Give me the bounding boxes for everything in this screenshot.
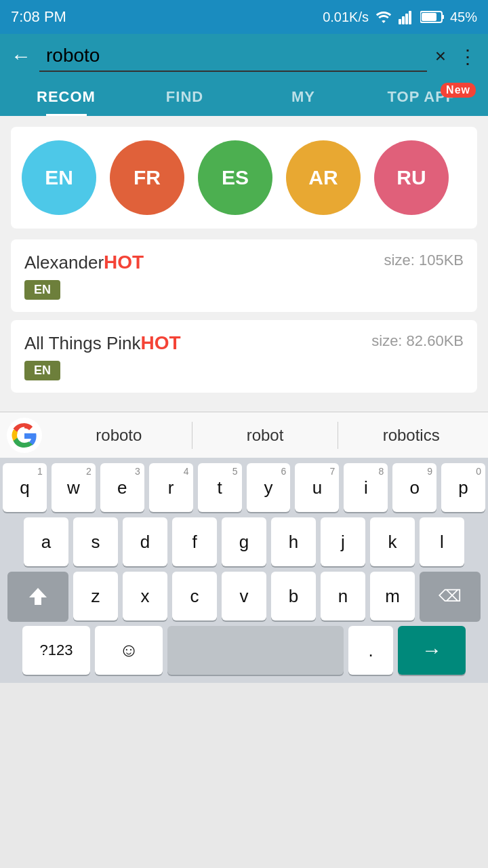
space-button[interactable]: [167, 626, 344, 675]
svg-rect-6: [422, 13, 436, 21]
key-b[interactable]: b: [271, 572, 316, 620]
key-a[interactable]: a: [24, 517, 68, 566]
battery-percent: 45%: [450, 9, 477, 25]
key-c[interactable]: c: [172, 572, 217, 620]
enter-button[interactable]: →: [398, 626, 466, 675]
signal-icon: [399, 9, 415, 24]
key-number: 2: [86, 466, 92, 477]
more-options-button[interactable]: ⋮: [458, 45, 477, 68]
key-x[interactable]: x: [123, 572, 167, 620]
key-p[interactable]: p0: [441, 463, 485, 512]
lang-es[interactable]: ES: [198, 140, 272, 215]
keyboard-row-4: ?123 ☺ . →: [3, 626, 485, 675]
key-l[interactable]: l: [420, 517, 464, 566]
svg-rect-1: [402, 16, 405, 24]
wifi-icon: [374, 9, 393, 24]
period-button[interactable]: .: [348, 626, 393, 675]
tabs-bar: RECOM FIND MY TOP APP New: [0, 79, 488, 116]
app-hot-badge: HOT: [141, 332, 181, 353]
language-row: EN FR ES AR RU: [11, 127, 477, 229]
keyboard: q1 w2 e3 r4 t5 y6 u7 i8 o9 p0 a s d f g …: [0, 458, 488, 683]
suggest-divider: [192, 422, 192, 449]
key-o[interactable]: o9: [392, 463, 436, 512]
backspace-button[interactable]: ⌫: [420, 572, 481, 620]
key-i[interactable]: i8: [344, 463, 388, 512]
app-name-container: All Things PinkHOT: [24, 332, 181, 354]
key-number: 9: [427, 466, 432, 477]
tab-recom[interactable]: RECOM: [7, 79, 125, 114]
key-t[interactable]: t5: [198, 463, 242, 512]
svg-rect-9: [35, 603, 41, 605]
key-d[interactable]: d: [123, 517, 167, 566]
tab-find[interactable]: FIND: [125, 79, 244, 114]
key-z[interactable]: z: [73, 572, 118, 620]
tab-my[interactable]: MY: [244, 79, 363, 114]
lang-en[interactable]: EN: [22, 140, 96, 215]
clear-button[interactable]: ×: [435, 45, 446, 67]
key-w[interactable]: w2: [52, 463, 96, 512]
lang-ru[interactable]: RU: [374, 140, 449, 215]
status-bar: 7:08 PM 0.01K/s 45%: [0, 0, 488, 34]
app-size: size: 105KB: [384, 252, 464, 269]
suggest-robot[interactable]: robot: [195, 419, 336, 452]
app-name-container: AlexanderHOT: [24, 252, 144, 273]
keyboard-suggest-bar: roboto robot robotics: [0, 412, 488, 458]
key-y[interactable]: y6: [247, 463, 291, 512]
key-f[interactable]: f: [172, 517, 217, 566]
content-area: EN FR ES AR RU AlexanderHOT size: 105KB …: [0, 116, 488, 412]
key-number: 3: [135, 466, 140, 477]
shift-button[interactable]: [7, 572, 68, 620]
network-speed: 0.01K/s: [323, 9, 369, 25]
shift-icon: [28, 587, 48, 606]
key-u[interactable]: u7: [295, 463, 339, 512]
key-e[interactable]: e3: [100, 463, 144, 512]
key-n[interactable]: n: [321, 572, 365, 620]
key-number: 4: [184, 466, 189, 477]
key-j[interactable]: j: [321, 517, 365, 566]
lang-ar[interactable]: AR: [286, 140, 361, 215]
keyboard-row-1: q1 w2 e3 r4 t5 y6 u7 i8 o9 p0: [3, 463, 485, 512]
key-number: 0: [476, 466, 481, 477]
app-size: size: 82.60KB: [371, 332, 464, 350]
lang-fr[interactable]: FR: [110, 140, 184, 215]
back-button[interactable]: ←: [11, 45, 31, 68]
key-number: 6: [281, 466, 287, 477]
svg-marker-8: [29, 588, 47, 604]
svg-rect-3: [409, 11, 411, 24]
key-g[interactable]: g: [222, 517, 266, 566]
svg-rect-2: [405, 14, 408, 24]
key-h[interactable]: h: [271, 517, 316, 566]
search-input[interactable]: [39, 41, 427, 72]
tab-topapp[interactable]: TOP APP New: [363, 79, 481, 114]
app-name: All Things Pink: [24, 333, 141, 353]
suggest-robotics[interactable]: robotics: [341, 419, 481, 452]
status-time: 7:08 PM: [11, 8, 66, 26]
status-right: 0.01K/s 45%: [323, 9, 477, 25]
key-q[interactable]: q1: [3, 463, 47, 512]
emoji-button[interactable]: ☺: [95, 626, 163, 675]
symbols-button[interactable]: ?123: [22, 626, 90, 675]
svg-rect-0: [399, 19, 401, 24]
keyboard-row-3: z x c v b n m ⌫: [3, 572, 485, 620]
key-m[interactable]: m: [370, 572, 415, 620]
key-number: 1: [37, 466, 43, 477]
key-number: 5: [232, 466, 238, 477]
suggest-roboto[interactable]: roboto: [49, 419, 189, 452]
app-item[interactable]: AlexanderHOT size: 105KB EN: [11, 239, 477, 312]
app-lang-tag: EN: [24, 280, 60, 300]
key-v[interactable]: v: [222, 572, 266, 620]
new-badge: New: [441, 83, 476, 98]
key-number: 8: [378, 466, 384, 477]
key-k[interactable]: k: [370, 517, 415, 566]
battery-icon: [420, 10, 445, 24]
key-r[interactable]: r4: [149, 463, 193, 512]
svg-rect-5: [442, 15, 444, 19]
app-item[interactable]: All Things PinkHOT size: 82.60KB EN: [11, 320, 477, 393]
key-number: 7: [330, 466, 336, 477]
keyboard-row-2: a s d f g h j k l: [3, 517, 485, 566]
key-s[interactable]: s: [73, 517, 118, 566]
suggest-divider: [338, 422, 338, 449]
app-hot-badge: HOT: [104, 252, 144, 273]
app-name: Alexander: [24, 252, 104, 273]
header: ← × ⋮: [0, 34, 488, 79]
